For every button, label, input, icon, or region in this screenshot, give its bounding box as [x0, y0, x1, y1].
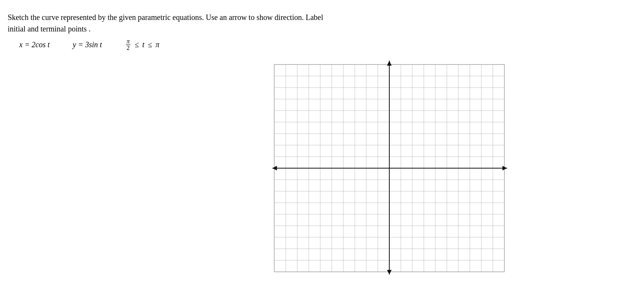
- problem-line2: initial and terminal points .: [8, 25, 91, 33]
- inequality: π 2 ≤ t ≤ π: [125, 38, 160, 51]
- fraction-pi-2: π 2: [126, 38, 130, 51]
- graph-container: [268, 59, 510, 278]
- equation-y: y = 3sin t: [73, 40, 102, 49]
- coordinate-grid: [268, 59, 510, 278]
- problem-line1: Sketch the curve represented by the give…: [8, 13, 323, 22]
- x-axis-arrow-right: [502, 166, 507, 170]
- problem-description: Sketch the curve represented by the give…: [8, 12, 583, 35]
- y-axis-arrow-down: [387, 270, 392, 275]
- equation-x: x = 2cos t: [19, 40, 50, 49]
- equations-row: x = 2cos t y = 3sin t π 2 ≤ t ≤ π: [19, 38, 636, 51]
- y-axis-arrow-up: [387, 61, 392, 66]
